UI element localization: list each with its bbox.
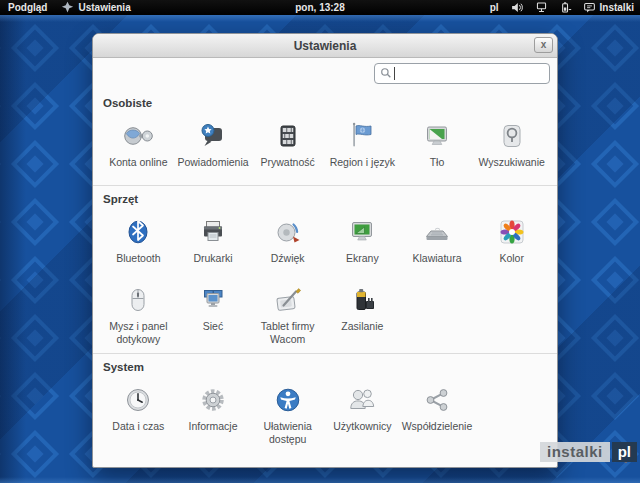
text-caret bbox=[394, 67, 395, 80]
settings-item-label: Prywatność bbox=[261, 156, 315, 169]
color-icon bbox=[496, 216, 528, 248]
settings-item-power[interactable]: Zasilanie bbox=[325, 278, 400, 346]
datetime-icon bbox=[122, 384, 154, 416]
settings-item-datetime[interactable]: Data i czas bbox=[101, 378, 176, 448]
close-button[interactable]: x bbox=[534, 37, 553, 53]
settings-item-privacy[interactable]: Prywatność bbox=[250, 114, 325, 178]
settings-item-mouse[interactable]: Mysz i panel dotykowy bbox=[101, 278, 176, 346]
keyboard-icon bbox=[421, 216, 453, 248]
search-box[interactable] bbox=[374, 63, 550, 84]
settings-item-label: Dźwięk bbox=[271, 252, 305, 265]
battery-icon[interactable] bbox=[559, 1, 572, 14]
displays-icon bbox=[346, 216, 378, 248]
settings-item-search[interactable]: Wyszukiwanie bbox=[474, 114, 549, 178]
settings-item-label: Region i język bbox=[330, 156, 395, 169]
search-icon bbox=[380, 65, 392, 83]
section-hardware: SprzętBluetoothDrukarkiDźwiękEkranyKlawi… bbox=[93, 185, 557, 353]
settings-item-displays[interactable]: Ekrany bbox=[325, 210, 400, 278]
display-status-icon[interactable] bbox=[535, 1, 548, 14]
power-icon bbox=[346, 284, 378, 316]
top-bar: Podgląd Ustawienia pon, 13:28 pl Instalk… bbox=[0, 0, 640, 15]
mouse-icon bbox=[122, 284, 154, 316]
settings-item-label: Współdzielenie bbox=[402, 420, 473, 433]
settings-item-color[interactable]: Kolor bbox=[474, 210, 549, 278]
a11y-icon bbox=[272, 384, 304, 416]
sharing-icon bbox=[421, 384, 453, 416]
settings-item-label: Ekrany bbox=[346, 252, 379, 265]
settings-item-online-accounts[interactable]: Konta online bbox=[101, 114, 176, 178]
volume-icon[interactable] bbox=[510, 1, 524, 14]
settings-item-users[interactable]: Użytkownicy bbox=[325, 378, 400, 448]
settings-item-label: Zasilanie bbox=[341, 320, 383, 333]
settings-item-label: Mysz i panel dotykowy bbox=[101, 320, 176, 345]
settings-item-network[interactable]: Sieć bbox=[176, 278, 251, 346]
settings-item-sharing[interactable]: Współdzielenie bbox=[400, 378, 475, 448]
region-icon bbox=[346, 120, 378, 152]
sound-icon bbox=[272, 216, 304, 248]
settings-item-label: Wyszukiwanie bbox=[478, 156, 544, 169]
watermark-gear-icon bbox=[614, 440, 640, 470]
settings-item-label: Tło bbox=[430, 156, 445, 169]
notifications-icon bbox=[197, 120, 229, 152]
network-icon bbox=[197, 284, 229, 316]
settings-item-label: Ułatwienia dostępu bbox=[250, 420, 325, 445]
wacom-icon bbox=[272, 284, 304, 316]
online-accounts-icon bbox=[122, 120, 154, 152]
settings-item-label: Użytkownicy bbox=[333, 420, 391, 433]
settings-item-keyboard[interactable]: Klawiatura bbox=[400, 210, 475, 278]
keyboard-layout-indicator[interactable]: pl bbox=[490, 2, 499, 13]
search-row bbox=[93, 58, 557, 90]
items-grid: Data i czasInformacjeUłatwienia dostępuU… bbox=[101, 378, 549, 448]
settings-item-label: Tablet firmy Wacom bbox=[250, 320, 325, 345]
settings-item-label: Informacje bbox=[188, 420, 237, 433]
section-system: SystemData i czasInformacjeUłatwienia do… bbox=[93, 353, 557, 455]
section-header: Osobiste bbox=[103, 97, 547, 109]
settings-item-label: Kolor bbox=[499, 252, 524, 265]
items-grid: BluetoothDrukarkiDźwiękEkranyKlawiaturaK… bbox=[101, 210, 549, 346]
section-personal: OsobisteKonta onlinePowiadomieniaPrywatn… bbox=[93, 90, 557, 185]
settings-window: Ustawienia x OsobisteKonta onlinePowiado… bbox=[92, 33, 558, 468]
chat-status-icon bbox=[583, 1, 596, 14]
user-menu[interactable]: Instalki bbox=[583, 1, 634, 14]
settings-item-background[interactable]: Tło bbox=[400, 114, 475, 178]
settings-item-label: Drukarki bbox=[193, 252, 232, 265]
search-icon bbox=[496, 120, 528, 152]
search-input[interactable] bbox=[399, 68, 544, 80]
settings-sections: OsobisteKonta onlinePowiadomieniaPrywatn… bbox=[93, 90, 557, 455]
settings-item-notifications[interactable]: Powiadomienia bbox=[176, 114, 251, 178]
section-header: System bbox=[103, 361, 547, 373]
window-title: Ustawienia bbox=[294, 39, 357, 53]
settings-item-region[interactable]: Region i język bbox=[325, 114, 400, 178]
section-header: Sprzęt bbox=[103, 193, 547, 205]
settings-item-details[interactable]: Informacje bbox=[176, 378, 251, 448]
privacy-icon bbox=[272, 120, 304, 152]
bluetooth-icon bbox=[122, 216, 154, 248]
settings-item-label: Klawiatura bbox=[412, 252, 461, 265]
settings-item-label: Konta online bbox=[109, 156, 167, 169]
window-titlebar[interactable]: Ustawienia x bbox=[93, 34, 557, 58]
details-icon bbox=[197, 384, 229, 416]
settings-item-label: Powiadomienia bbox=[177, 156, 248, 169]
settings-item-label: Bluetooth bbox=[116, 252, 160, 265]
items-grid: Konta onlinePowiadomieniaPrywatnośćRegio… bbox=[101, 114, 549, 178]
settings-item-label: Data i czas bbox=[112, 420, 164, 433]
settings-item-wacom[interactable]: Tablet firmy Wacom bbox=[250, 278, 325, 346]
settings-item-printers[interactable]: Drukarki bbox=[176, 210, 251, 278]
user-name-label: Instalki bbox=[600, 2, 634, 13]
settings-item-bluetooth[interactable]: Bluetooth bbox=[101, 210, 176, 278]
printers-icon bbox=[197, 216, 229, 248]
settings-item-a11y[interactable]: Ułatwienia dostępu bbox=[250, 378, 325, 448]
settings-item-label: Sieć bbox=[203, 320, 223, 333]
users-icon bbox=[346, 384, 378, 416]
background-icon bbox=[421, 120, 453, 152]
settings-item-sound[interactable]: Dźwięk bbox=[250, 210, 325, 278]
